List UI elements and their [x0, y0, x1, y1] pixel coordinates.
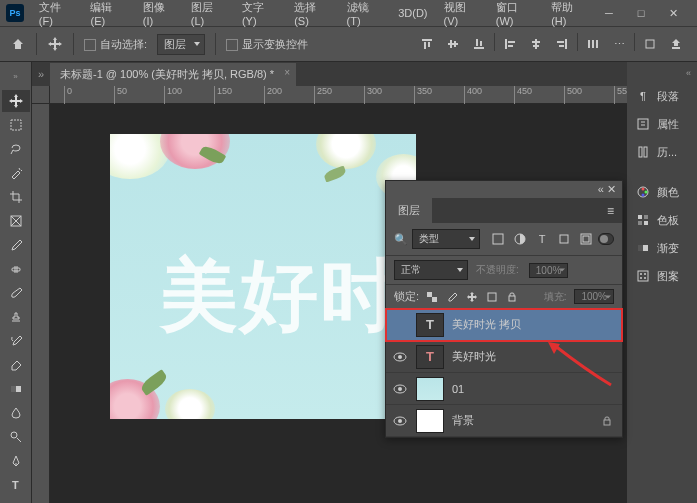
fill-input[interactable]: 100%: [574, 289, 614, 304]
align-vcenter-icon[interactable]: [442, 33, 464, 55]
menu-image[interactable]: 图像(I): [136, 0, 182, 30]
crop-tool[interactable]: [2, 186, 30, 208]
document-tab[interactable]: 未标题-1 @ 100% (美好时光 拷贝, RGB/8) * ×: [50, 63, 296, 86]
lock-artboard-icon[interactable]: [485, 290, 499, 304]
lock-paint-icon[interactable]: [445, 290, 459, 304]
lock-icon: [602, 415, 616, 427]
canvas[interactable]: 美好时: [110, 134, 416, 419]
toolbar-expand-icon[interactable]: »: [11, 66, 21, 86]
show-transform-checkbox[interactable]: 显示变换控件: [226, 37, 308, 52]
align-left-icon[interactable]: [499, 33, 521, 55]
auto-select-checkbox[interactable]: 自动选择:: [84, 37, 147, 52]
opacity-input[interactable]: 100%: [529, 263, 569, 278]
layer-row[interactable]: T 美好时光 拷贝: [386, 309, 622, 341]
gradient-tool[interactable]: [2, 378, 30, 400]
menu-layer[interactable]: 图层(L): [184, 0, 233, 30]
svg-point-31: [11, 432, 17, 438]
share-icon[interactable]: [665, 33, 687, 55]
panel-collapse-icon[interactable]: « ✕: [598, 183, 616, 196]
lock-position-icon[interactable]: [465, 290, 479, 304]
search-icon[interactable]: 🔍: [394, 233, 408, 246]
layer-thumbnail[interactable]: [416, 377, 444, 401]
dock-collapse-icon[interactable]: «: [627, 68, 697, 82]
ruler-vertical[interactable]: [32, 104, 50, 503]
pen-tool[interactable]: [2, 450, 30, 472]
layer-row[interactable]: 背景: [386, 405, 622, 437]
panel-gradient[interactable]: 渐变: [627, 234, 697, 262]
menu-3d[interactable]: 3D(D): [391, 4, 434, 22]
align-hcenter-icon[interactable]: [525, 33, 547, 55]
menu-file[interactable]: 文件(F): [32, 0, 82, 30]
magic-wand-tool[interactable]: [2, 162, 30, 184]
layer-thumbnail[interactable]: T: [416, 345, 444, 369]
menu-filter[interactable]: 滤镜(T): [340, 0, 390, 30]
menu-type[interactable]: 文字(Y): [235, 0, 285, 30]
menu-view[interactable]: 视图(V): [437, 0, 487, 30]
dodge-tool[interactable]: [2, 426, 30, 448]
3d-mode-icon[interactable]: [639, 33, 661, 55]
filter-toggle[interactable]: [598, 233, 614, 245]
path-select-tool[interactable]: [2, 498, 30, 503]
filter-type-dropdown[interactable]: 类型: [412, 229, 480, 249]
marquee-tool[interactable]: [2, 114, 30, 136]
stamp-tool[interactable]: [2, 306, 30, 328]
menu-window[interactable]: 窗口(W): [489, 0, 542, 30]
lock-all-icon[interactable]: [505, 290, 519, 304]
filter-smart-icon[interactable]: [578, 231, 594, 247]
panel-properties[interactable]: 属性: [627, 110, 697, 138]
layer-row[interactable]: 01: [386, 373, 622, 405]
close-button[interactable]: ✕: [661, 4, 685, 22]
close-tab-icon[interactable]: ×: [284, 67, 290, 78]
type-tool[interactable]: T: [2, 474, 30, 496]
menu-select[interactable]: 选择(S): [287, 0, 337, 30]
visibility-toggle[interactable]: [392, 381, 408, 397]
visibility-toggle[interactable]: [392, 413, 408, 429]
align-right-icon[interactable]: [551, 33, 573, 55]
eyedropper-tool[interactable]: [2, 234, 30, 256]
layers-panel-tab[interactable]: 图层: [386, 198, 432, 223]
menu-edit[interactable]: 编辑(E): [83, 0, 133, 30]
ruler-origin[interactable]: [32, 86, 50, 104]
lock-transparent-icon[interactable]: [425, 290, 439, 304]
visibility-toggle[interactable]: [392, 349, 408, 365]
visibility-toggle[interactable]: [392, 317, 408, 333]
blur-tool[interactable]: [2, 402, 30, 424]
panel-menu-icon[interactable]: ≡: [599, 200, 622, 222]
brush-tool[interactable]: [2, 282, 30, 304]
healing-tool[interactable]: [2, 258, 30, 280]
align-bottom-icon[interactable]: [468, 33, 490, 55]
panel-history[interactable]: 历...: [627, 138, 697, 166]
blend-mode-dropdown[interactable]: 正常: [394, 260, 468, 280]
eraser-tool[interactable]: [2, 354, 30, 376]
filter-pixel-icon[interactable]: [490, 231, 506, 247]
menu-help[interactable]: 帮助(H): [544, 0, 595, 30]
layer-thumbnail[interactable]: [416, 409, 444, 433]
paragraph-icon: ¶: [635, 88, 651, 104]
lasso-tool[interactable]: [2, 138, 30, 160]
layer-name[interactable]: 背景: [452, 413, 594, 428]
minimize-button[interactable]: ─: [597, 4, 621, 22]
frame-tool[interactable]: [2, 210, 30, 232]
history-brush-tool[interactable]: [2, 330, 30, 352]
panel-paragraph[interactable]: ¶段落: [627, 82, 697, 110]
home-icon[interactable]: [10, 36, 26, 52]
filter-type-icon[interactable]: T: [534, 231, 550, 247]
panel-color[interactable]: 颜色: [627, 178, 697, 206]
tab-scroll-icon[interactable]: »: [32, 68, 50, 80]
maximize-button[interactable]: □: [629, 4, 653, 22]
layer-row[interactable]: T 美好时光: [386, 341, 622, 373]
layer-thumbnail[interactable]: T: [416, 313, 444, 337]
layer-name[interactable]: 美好时光 拷贝: [452, 317, 616, 332]
auto-select-target-dropdown[interactable]: 图层: [157, 34, 205, 55]
more-options-icon[interactable]: ⋯: [608, 33, 630, 55]
panel-swatches[interactable]: 色板: [627, 206, 697, 234]
layer-name[interactable]: 美好时光: [452, 349, 616, 364]
filter-shape-icon[interactable]: [556, 231, 572, 247]
distribute-h-icon[interactable]: [582, 33, 604, 55]
align-top-icon[interactable]: [416, 33, 438, 55]
filter-adjust-icon[interactable]: [512, 231, 528, 247]
ruler-horizontal[interactable]: 0 50 100 150 200 250 300 350 400 450 500…: [50, 86, 627, 104]
move-tool[interactable]: [2, 90, 30, 112]
panel-pattern[interactable]: 图案: [627, 262, 697, 290]
layer-name[interactable]: 01: [452, 383, 616, 395]
